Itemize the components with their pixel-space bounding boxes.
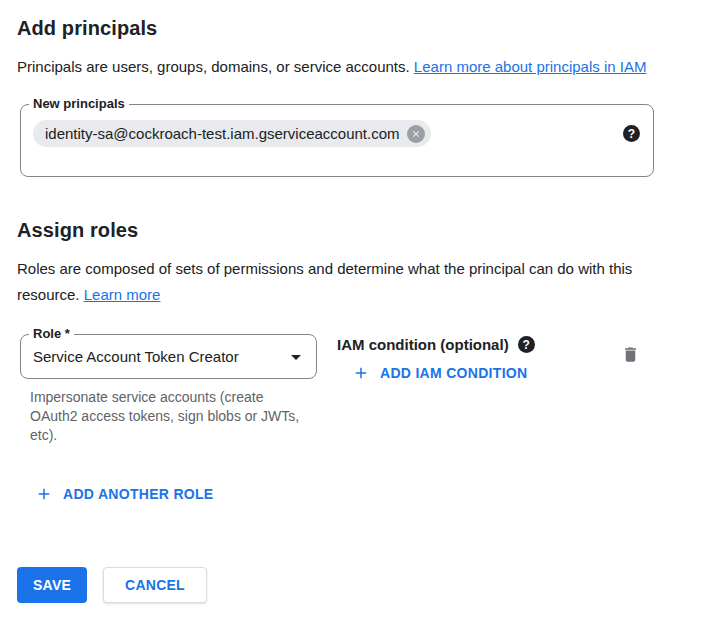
add-iam-condition-label: ADD IAM CONDITION (380, 365, 527, 381)
assign-roles-title: Assign roles (17, 219, 696, 242)
save-button[interactable]: SAVE (17, 567, 87, 603)
role-label: Role * (29, 326, 74, 342)
add-another-role-button[interactable]: ADD ANOTHER ROLE (35, 485, 214, 503)
role-help-text: Impersonate service accounts (create OAu… (30, 388, 308, 445)
footer-actions: SAVE CANCEL (17, 567, 696, 603)
principal-chip-value: identity-sa@cockroach-test.iam.gservicea… (45, 125, 400, 142)
learn-more-roles-link[interactable]: Learn more (84, 286, 161, 303)
role-column: Role * Service Account Token Creator Imp… (20, 334, 317, 445)
chip-remove-icon[interactable] (407, 125, 425, 143)
new-principals-label: New principals (29, 96, 129, 112)
role-row: Role * Service Account Token Creator Imp… (20, 334, 696, 445)
add-principals-panel: Add principals Principals are users, gro… (0, 0, 713, 603)
page-title: Add principals (17, 17, 696, 40)
add-iam-condition-button[interactable]: ADD IAM CONDITION (352, 364, 527, 382)
trash-icon (621, 344, 640, 365)
dropdown-arrow-icon (284, 345, 308, 369)
principals-help-icon[interactable]: ? (623, 125, 640, 142)
iam-condition-help-icon[interactable]: ? (518, 336, 535, 353)
new-principals-field[interactable]: New principals identity-sa@cockroach-tes… (20, 104, 654, 177)
cancel-button[interactable]: CANCEL (103, 567, 207, 603)
delete-role-button[interactable] (621, 344, 640, 365)
plus-icon (35, 485, 53, 503)
add-another-role-label: ADD ANOTHER ROLE (63, 486, 214, 502)
iam-condition-label-row: IAM condition (optional) ? (337, 336, 535, 353)
plus-icon (352, 364, 370, 382)
iam-condition-column: IAM condition (optional) ? ADD IAM CONDI… (337, 334, 535, 386)
iam-condition-label: IAM condition (optional) (337, 336, 509, 353)
learn-more-principals-link[interactable]: Learn more about principals in IAM (414, 58, 647, 75)
role-select[interactable]: Role * Service Account Token Creator (20, 334, 317, 379)
close-icon (411, 129, 421, 139)
principal-chip: identity-sa@cockroach-test.iam.gservicea… (33, 120, 431, 147)
principals-description: Principals are users, groups, domains, o… (17, 54, 667, 80)
roles-description: Roles are composed of sets of permission… (17, 256, 667, 308)
role-selected-value: Service Account Token Creator (33, 348, 284, 365)
principals-description-text: Principals are users, groups, domains, o… (17, 58, 410, 75)
